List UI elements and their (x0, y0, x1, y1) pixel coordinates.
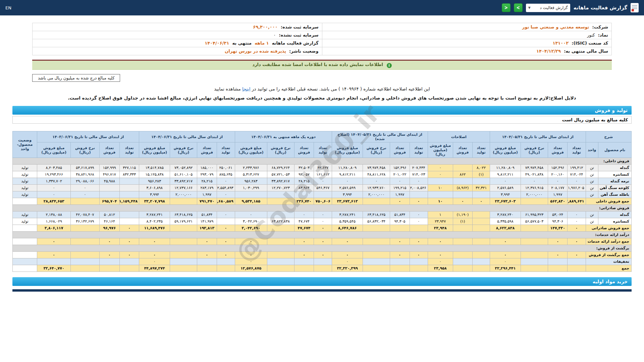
value-cell: ۲,۸۸۹,۶۴۱ (568, 198, 586, 205)
value-cell: ۴۲,۶۲۷ (314, 165, 332, 171)
table-row: برگشت از فروش: (13, 245, 632, 252)
previous-report-button[interactable]: < (502, 3, 511, 12)
value-cell: ۴۶,۱۶۴ (99, 218, 119, 225)
value-cell: ۰ (139, 258, 170, 265)
info-row: سال مالی منتهی به: ۱۴۰۴/۱۲/۲۹ وضعیت ناشر… (33, 47, 612, 55)
status-cell: تولید (13, 185, 37, 191)
value-cell: ۰ (314, 218, 332, 225)
report-type-dropdown[interactable]: گزارش فعالیت د ▼ (526, 4, 570, 12)
value-cell: ۰ (490, 178, 521, 185)
info-cell: سال مالی منتهی به: ۱۴۰۴/۱۲/۲۹ (322, 47, 612, 55)
previous-version-link[interactable]: اینجا (242, 86, 250, 92)
status-cell: تولید (13, 218, 37, 225)
unit-cell: تن (586, 178, 598, 185)
unregistered-capital-value: ۰ (273, 33, 276, 38)
table-header-cell: نرخ فروش (ریال) (521, 142, 548, 158)
report-document-icon (631, 3, 639, 12)
value-cell: ۸,۲۰۳,۴۸۵ (37, 165, 71, 171)
value-cell: ۰ (99, 238, 119, 245)
value-cell: ۰ (548, 252, 568, 258)
section-row-label: درآمد ارائه خدمات: (13, 232, 632, 238)
value-cell (363, 265, 390, 272)
value-cell: ۰ (120, 225, 139, 232)
value-cell: ۰ (294, 212, 314, 218)
value-cell (314, 265, 332, 272)
value-cell: (۱) (473, 171, 490, 178)
value-cell: ۳۸,۸۴۱,۹۶۸ (71, 171, 99, 178)
value-cell: ۰ (314, 212, 332, 218)
value-cell: ۰ (428, 238, 453, 245)
section-header-raw-materials: خرید مواد اولیه (12, 277, 632, 286)
info-cell: نماد: کنور (322, 31, 612, 39)
issuer-status-value: پذیرفته شده در بورس تهران (225, 49, 286, 54)
info-cell: وضعیت ناشر: پذیرفته شده در بورس تهران (33, 47, 322, 55)
value-cell: ۰ (235, 252, 267, 258)
value-cell: ۱۱,۲۸۰,۸۰۹ (490, 165, 521, 171)
value-cell (410, 258, 428, 265)
value-cell (235, 191, 267, 198)
value-cell: ۳,۸۰۶,۱۱۷ (37, 225, 71, 232)
value-cell: ۰ (568, 238, 586, 245)
value-cell: ۰ (120, 252, 139, 258)
table-header-cell: تعداد تولید (568, 142, 586, 158)
table-header-cell: نرخ فروش (ریال) (71, 142, 99, 158)
unit-cell: تن (586, 212, 598, 218)
value-cell (473, 238, 490, 245)
next-report-button[interactable]: > (514, 3, 523, 12)
value-cell: ۲,۰۰۰,۰۰۰ (363, 191, 390, 198)
product-name-cell: کنسانتره (598, 218, 632, 225)
value-cell: ۹۲,۰۵۷ (294, 171, 314, 178)
value-cell: ۰ (548, 238, 568, 245)
value-cell: ۸۶۲ (453, 171, 472, 178)
company-info-table: شرکت: توسعه معدني و صنعتي صبا نور سرمایه… (32, 23, 612, 55)
table-row: تخفیفات۰۰۰۰۰ (13, 258, 632, 265)
value-cell: ۰ (294, 238, 314, 245)
value-cell (120, 191, 139, 198)
value-cell (71, 265, 99, 272)
value-cell (120, 265, 139, 272)
value-cell (521, 225, 548, 232)
symbol-value: کنور (587, 33, 595, 38)
value-cell: ۰ (217, 212, 235, 218)
value-cell: ۰ (410, 178, 428, 185)
value-cell: ۵۴۶,۳۶۷ (314, 185, 332, 191)
value-cell (217, 258, 235, 265)
value-cell: ۰ (410, 252, 428, 258)
status-cell (13, 198, 37, 205)
value-cell (410, 265, 428, 272)
value-cell (473, 212, 490, 218)
company-name: توسعه معدني و صنعتي صبا نور (522, 24, 589, 29)
language-switch-en[interactable]: EN (5, 5, 11, 10)
table-header-cell: مبلغ فروش (میلیون ریال) (37, 142, 71, 158)
table-row: باطله سنگ آهنتن۱,۹۹۷۲,۰۰۰,۰۰۰۳,۹۹۴۱,۹۹۷۲… (13, 191, 632, 198)
value-cell (267, 252, 294, 258)
table-row: کلوخه سنگ آهنتن۱,۹۷۶,۲۰۵۲۰۸,۱۷۷۱۲,۳۷۶,۹۱… (13, 185, 632, 191)
value-cell (568, 265, 586, 272)
value-cell: ۲۰۰,۱۶۰ (548, 171, 568, 178)
value-cell: ۰ (473, 198, 490, 205)
value-cell: ۰ (428, 171, 453, 178)
production-sales-table: شرحاز ابتدای سال مالی تا تاریخ ۱۴۰۴/۰۵/۳… (12, 131, 632, 272)
table-header-cell: تعداد تولید (217, 142, 235, 158)
status-cell: تولید (13, 165, 37, 171)
value-cell: ۰ (217, 191, 235, 198)
value-cell (37, 258, 71, 265)
table-row: گندلهتن۱۹۹,۴۱۲۱۵۲,۴۹۶۷۳,۹۷۴,۴۵۸۱۱,۲۸۰,۸۰… (13, 165, 632, 171)
unit-cell: تن (586, 171, 598, 178)
value-cell (363, 198, 390, 205)
value-cell (453, 191, 472, 198)
value-cell (473, 258, 490, 265)
value-cell (99, 185, 119, 191)
value-cell (363, 238, 390, 245)
value-cell (363, 225, 390, 232)
next-table-header-strip (12, 289, 632, 292)
value-cell: ۱۹,۲۹۳,۴۶۶ (37, 171, 71, 178)
value-cell: ۰ (314, 225, 332, 232)
value-cell: ۳,۰۴۲,۶۹۰ (235, 225, 267, 232)
value-cell: ۲۳,۹۵۸ (428, 265, 453, 272)
value-cell: ۰ (568, 178, 586, 185)
value-cell: ۰ (37, 252, 71, 258)
value-cell: ۲۰۷,۴۳۴ (410, 165, 428, 171)
value-cell (197, 258, 217, 265)
value-cell (548, 265, 568, 272)
